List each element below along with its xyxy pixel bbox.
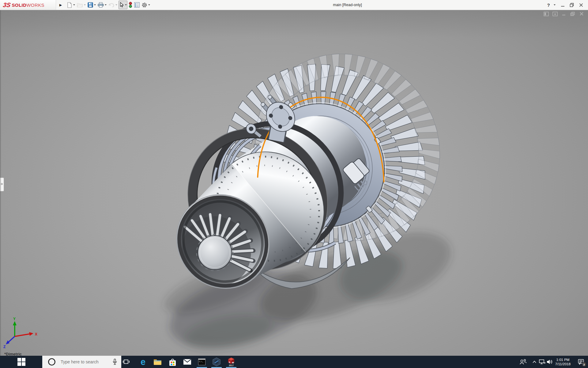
volume-icon [546, 359, 553, 365]
panel-left-icon[interactable] [543, 11, 549, 16]
taskbar-app-edge[interactable]: e [136, 356, 150, 368]
logo-text-works: WORKS [26, 2, 44, 8]
dropdown-caret-icon[interactable] [115, 4, 117, 6]
taskbar-search-box[interactable] [42, 356, 121, 368]
panel-right-icon[interactable] [552, 11, 558, 16]
taskbar-app-solidworks[interactable]: S W 2017 [224, 356, 238, 368]
restore-icon[interactable] [570, 11, 575, 16]
solidworks-2017-icon: S W 2017 [227, 357, 236, 367]
help-dropdown-caret-icon[interactable] [554, 4, 556, 6]
file-properties-icon [134, 2, 140, 8]
task-view-button[interactable] [119, 356, 133, 368]
dropdown-caret-icon[interactable] [105, 4, 107, 6]
people-icon [519, 359, 527, 365]
print-button[interactable] [97, 1, 107, 9]
action-center-button[interactable]: 3 [576, 356, 587, 368]
cortana-icon [48, 358, 56, 366]
windows-taskbar: e C:\_ S W 2017 [0, 356, 588, 368]
tab-knob-icon [1, 183, 3, 185]
quick-access-toolbar [66, 0, 151, 10]
task-view-icon [123, 358, 130, 365]
solidworks-logo-mark: 3S [2, 2, 11, 9]
tray-expand-button[interactable] [530, 356, 538, 368]
rebuild-traffic-light-icon [129, 2, 132, 8]
notification-badge: 3 [582, 362, 586, 366]
restore-icon [570, 3, 574, 7]
reference-triad[interactable]: Y X Z [3, 317, 43, 349]
minimize-icon [561, 3, 565, 7]
close-icon [579, 3, 583, 7]
dropdown-caret-icon[interactable] [125, 4, 127, 6]
svg-text:2017: 2017 [229, 364, 234, 366]
minimize-icon[interactable] [561, 11, 567, 16]
help-button[interactable]: ? [544, 1, 553, 9]
new-document-button[interactable] [66, 1, 76, 9]
select-tool-button[interactable] [119, 1, 127, 9]
file-explorer-icon [153, 358, 162, 365]
minimize-button[interactable] [558, 1, 567, 9]
options-button[interactable] [141, 1, 151, 9]
taskbar-app-mail[interactable] [180, 356, 194, 368]
dropdown-caret-icon[interactable] [148, 4, 150, 6]
select-cursor-icon [119, 2, 124, 8]
edge-icon: e [141, 358, 145, 366]
save-floppy-icon [88, 2, 93, 8]
title-bar: 3S SOLIDWORKS ▶ [0, 0, 588, 10]
clock-date: 7/11/2018 [555, 362, 571, 366]
document-title: main [Read-only] [151, 3, 544, 7]
edrawings-hexagon-icon [212, 357, 221, 366]
open-folder-icon [77, 2, 83, 8]
undo-button[interactable] [108, 1, 118, 9]
windows-logo-icon [17, 358, 25, 366]
file-properties-button[interactable] [134, 1, 140, 9]
svg-text:S: S [229, 361, 230, 364]
svg-text:W: W [232, 361, 234, 364]
save-button[interactable] [87, 1, 96, 9]
spinner-hub-cap [198, 236, 232, 270]
engine-model[interactable] [0, 10, 588, 356]
new-document-icon [67, 2, 72, 8]
taskbar-app-command-prompt[interactable]: C:\_ [195, 356, 209, 368]
menu-flyout-arrow[interactable]: ▶ [57, 0, 65, 10]
z-axis-label: Z [3, 345, 6, 349]
clock-time: 1:01 PM [556, 358, 570, 362]
start-button[interactable] [13, 356, 29, 368]
close-icon[interactable] [579, 11, 584, 16]
store-icon [169, 358, 176, 366]
print-icon [98, 2, 104, 8]
rebuild-button[interactable] [128, 1, 133, 9]
y-axis-arrow-icon [13, 321, 17, 325]
taskbar-app-file-explorer[interactable] [151, 356, 164, 368]
graphics-viewport[interactable]: Y X Z *Dimetric [0, 10, 588, 356]
x-axis-arrow-icon [29, 332, 33, 336]
search-input[interactable] [60, 359, 107, 365]
taskbar-app-edrawings[interactable] [210, 356, 223, 368]
x-axis-label: X [35, 332, 37, 336]
options-gear-icon [141, 2, 147, 8]
network-icon [539, 359, 546, 365]
people-button[interactable] [518, 356, 528, 368]
open-button[interactable] [76, 1, 86, 9]
view-orientation-label: *Dimetric [4, 352, 22, 356]
chevron-up-icon [532, 360, 537, 363]
undo-icon [108, 2, 115, 8]
mail-icon [183, 359, 191, 365]
logo-text-solid: SOLID [12, 2, 26, 8]
dropdown-caret-icon[interactable] [94, 4, 96, 6]
dropdown-caret-icon[interactable] [73, 4, 75, 6]
feature-manager-collapsed-tab[interactable] [0, 178, 4, 191]
window-controls: ? [544, 1, 586, 9]
dropdown-caret-icon[interactable] [84, 4, 86, 6]
command-prompt-icon: C:\_ [198, 358, 205, 365]
solidworks-logo: 3S SOLIDWORKS [0, 0, 56, 10]
close-button[interactable] [576, 1, 586, 9]
taskbar-app-store[interactable] [166, 356, 179, 368]
restore-button[interactable] [567, 1, 576, 9]
y-axis-label: Y [13, 317, 16, 321]
taskbar-clock[interactable]: 1:01 PM 7/11/2018 [553, 356, 573, 368]
microphone-icon[interactable] [112, 358, 118, 365]
child-window-controls [543, 11, 584, 16]
